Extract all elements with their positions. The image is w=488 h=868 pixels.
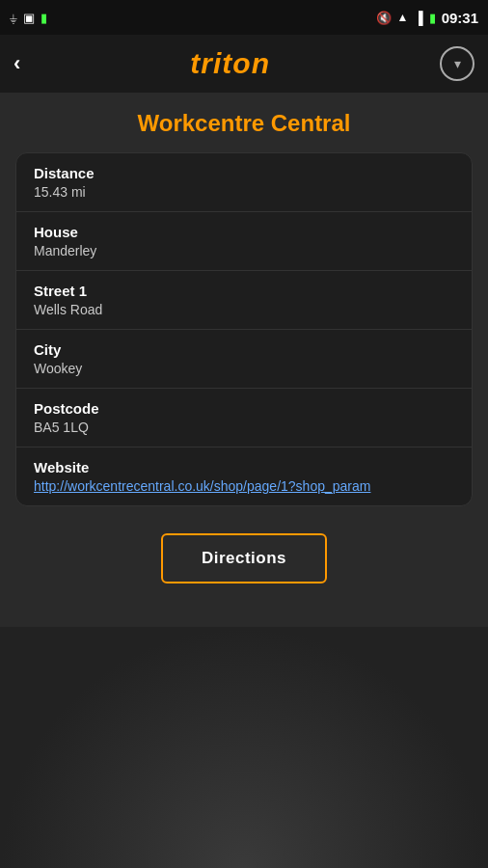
battery-full-icon: ▮ xyxy=(41,11,47,25)
website-row: Website http://workcentrecentral.co.uk/s… xyxy=(16,448,472,505)
mute-icon: 🔇 xyxy=(376,11,392,25)
street-label: Street 1 xyxy=(34,283,454,299)
distance-value: 15.43 mi xyxy=(34,184,454,200)
website-label: Website xyxy=(34,459,454,475)
street-value: Wells Road xyxy=(34,302,454,317)
directions-button[interactable]: Directions xyxy=(161,533,327,583)
postcode-value: BA5 1LQ xyxy=(34,420,454,435)
city-value: Wookey xyxy=(34,361,454,376)
status-right-icons: 🔇 ▲ ▐ ▮ 09:31 xyxy=(376,10,478,26)
back-button[interactable]: ‹ xyxy=(14,51,20,76)
postcode-label: Postcode xyxy=(34,400,454,417)
house-label: House xyxy=(34,224,454,240)
logo: triton xyxy=(190,47,270,80)
usb-icon: ⏚ xyxy=(10,11,17,25)
directions-container: Directions xyxy=(0,533,488,583)
distance-row: Distance 15.43 mi xyxy=(16,153,472,212)
distance-label: Distance xyxy=(34,165,454,181)
signal-icon: ▐ xyxy=(414,11,422,25)
postcode-row: Postcode BA5 1LQ xyxy=(16,389,472,448)
status-bar: ⏚ ▣ ▮ 🔇 ▲ ▐ ▮ 09:31 xyxy=(0,0,488,35)
city-label: City xyxy=(34,341,454,358)
page-title: Workcentre Central xyxy=(0,93,488,152)
background-overlay xyxy=(0,627,488,868)
website-link[interactable]: http://workcentrecentral.co.uk/shop/page… xyxy=(34,478,454,494)
city-row: City Wookey xyxy=(16,330,472,389)
chevron-down-icon: ▾ xyxy=(454,56,461,71)
toolbar: ‹ triton ▾ xyxy=(0,35,488,93)
street-row: Street 1 Wells Road xyxy=(16,271,472,330)
battery-icon: ▮ xyxy=(429,11,436,25)
house-row: House Manderley xyxy=(16,212,472,271)
house-value: Manderley xyxy=(34,243,454,258)
info-card: Distance 15.43 mi House Manderley Street… xyxy=(15,152,473,506)
image-icon: ▣ xyxy=(23,11,35,25)
status-time: 09:31 xyxy=(442,10,478,26)
status-left-icons: ⏚ ▣ ▮ xyxy=(10,11,47,25)
dropdown-button[interactable]: ▾ xyxy=(440,46,474,81)
wifi-icon: ▲ xyxy=(397,11,409,24)
